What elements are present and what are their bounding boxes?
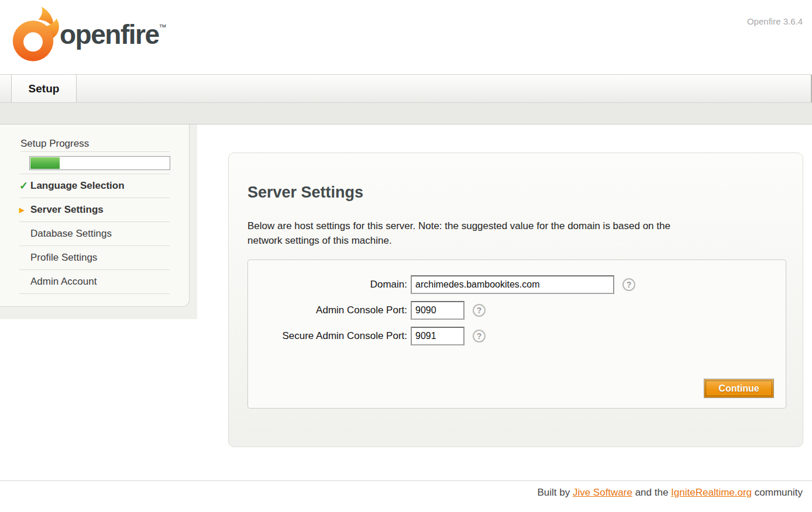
- description-line2: network settings of this machine.: [247, 235, 392, 246]
- progress-bar: [29, 156, 170, 170]
- main-content-panel: Server Settings Below are host settings …: [228, 153, 803, 447]
- admin-port-field[interactable]: [411, 301, 465, 320]
- page-description: Below are host settings for this server.…: [247, 219, 774, 248]
- sidebar-item-label: Profile Settings: [30, 252, 97, 264]
- help-icon[interactable]: ?: [473, 330, 486, 343]
- domain-label: Domain:: [248, 279, 411, 290]
- sidebar-item-label: Server Settings: [30, 204, 104, 216]
- sidebar-item-label: Database Settings: [30, 228, 112, 240]
- and-the-text: and the: [632, 487, 671, 498]
- trademark-symbol: ™: [159, 23, 166, 32]
- sidebar-item-admin-account: Admin Account: [19, 270, 170, 294]
- openfire-flame-logo-icon: [12, 4, 61, 65]
- header: openfire™ Openfire 3.6.4: [0, 0, 812, 75]
- progress-bar-fill: [30, 157, 60, 169]
- igniterealtime-link[interactable]: IgniteRealtime.org: [671, 487, 752, 498]
- openfire-wordmark: openfire™: [60, 21, 166, 48]
- sidebar-item-label: Language Selection: [30, 180, 125, 192]
- setup-steps-list: ✓ Language Selection ▶ Server Settings D…: [19, 174, 170, 294]
- check-icon: ✓: [19, 179, 30, 192]
- footer: Built by Jive Software and the IgniteRea…: [537, 487, 803, 499]
- tab-setup[interactable]: Setup: [11, 75, 77, 102]
- built-by-text: Built by: [537, 487, 572, 498]
- description-line1: Below are host settings for this server.…: [247, 220, 670, 231]
- jive-software-link[interactable]: Jive Software: [573, 487, 632, 498]
- divider: [20, 151, 170, 152]
- setup-progress-title: Setup Progress: [20, 138, 89, 150]
- community-text: community: [752, 487, 803, 498]
- form-rows: Domain: ? Admin Console Port: ? Secure A…: [248, 260, 786, 345]
- tab-bar: Setup: [0, 75, 812, 102]
- help-icon[interactable]: ?: [622, 278, 635, 291]
- current-step-arrow-icon: ▶: [19, 206, 30, 214]
- secure-port-label: Secure Admin Console Port:: [248, 330, 411, 342]
- secondary-bar: [0, 102, 812, 124]
- secure-port-row: Secure Admin Console Port: ?: [248, 327, 786, 345]
- continue-button[interactable]: Continue: [704, 379, 774, 398]
- admin-port-label: Admin Console Port:: [248, 305, 411, 316]
- server-settings-form: Domain: ? Admin Console Port: ? Secure A…: [247, 260, 786, 409]
- sidebar-item-database-settings: Database Settings: [19, 222, 170, 246]
- footer-divider: [0, 480, 812, 481]
- secure-port-field[interactable]: [411, 327, 465, 345]
- sidebar-item-server-settings: ▶ Server Settings: [19, 198, 170, 222]
- sidebar-item-label: Admin Account: [30, 276, 97, 288]
- sidebar-item-language-selection: ✓ Language Selection: [19, 174, 170, 198]
- domain-field[interactable]: [411, 275, 614, 294]
- domain-row: Domain: ?: [248, 275, 786, 294]
- help-icon[interactable]: ?: [473, 304, 486, 317]
- page-title: Server Settings: [247, 184, 363, 202]
- admin-port-row: Admin Console Port: ?: [248, 301, 786, 320]
- sidebar-item-profile-settings: Profile Settings: [19, 246, 170, 270]
- continue-button-label: Continue: [718, 383, 759, 393]
- setup-progress-panel: Setup Progress ✓ Language Selection ▶ Se…: [0, 124, 190, 307]
- version-label: Openfire 3.6.4: [747, 16, 803, 26]
